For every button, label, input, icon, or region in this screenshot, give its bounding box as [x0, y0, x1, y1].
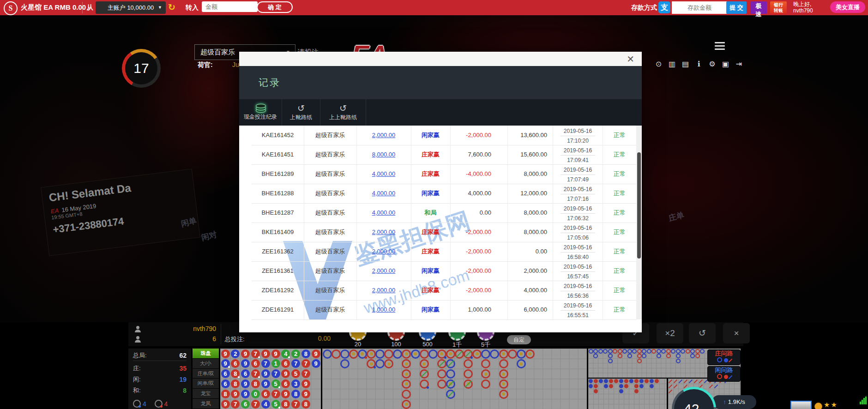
road-menu-龙宝[interactable]: 龙宝 — [193, 389, 219, 399]
big-road-cell — [420, 369, 429, 379]
road-menu-珠盘[interactable]: 珠盘 — [193, 349, 219, 359]
repeat-button[interactable]: ↺ — [689, 323, 716, 343]
star-rating: ★★ — [824, 401, 838, 409]
big-eye-cell — [695, 354, 700, 358]
scrollbar-thumb[interactable] — [637, 152, 641, 259]
video-tool-icon-2[interactable]: ▤ — [679, 60, 692, 68]
tab-上上靴路纸[interactable]: ↺上上靴路纸 — [320, 99, 366, 126]
video-tool-icon-3[interactable]: ℹ — [692, 60, 705, 68]
small-road-cell — [589, 384, 593, 388]
pair-dot — [444, 356, 446, 359]
cell-win-loss: -2,000.00 — [450, 126, 508, 145]
small-road-cell — [594, 384, 598, 388]
big-eye-cell — [622, 349, 627, 354]
bet-amount-link[interactable]: 2,000.00 — [372, 287, 396, 294]
big-eye-cell — [637, 354, 642, 358]
big-eye-cell — [613, 349, 617, 354]
cell-game-type: 超级百家乐 — [304, 300, 357, 319]
big-road-cell — [402, 349, 411, 359]
time-line: 16:58:40 — [553, 253, 603, 261]
bead-cell: 7 — [251, 400, 260, 409]
big-road-cell — [332, 349, 341, 359]
clear-button[interactable]: × — [723, 323, 750, 343]
close-icon[interactable]: ✕ — [627, 54, 634, 65]
cell-bet-amount: 2,000.00 — [356, 261, 411, 281]
big-road-cell — [508, 349, 517, 359]
bet-amount-link[interactable]: 8,000.00 — [372, 151, 396, 158]
express-button[interactable]: 极速 — [750, 1, 767, 14]
cell-result: 庄家赢 — [411, 223, 451, 242]
alipay-icon[interactable]: 支 — [658, 1, 670, 13]
road-menu-龙凤[interactable]: 龙凤 — [193, 399, 219, 409]
bet-amount-link[interactable]: 4,000.00 — [372, 190, 396, 197]
pair-dot — [365, 356, 367, 359]
bead-cell: 9 — [261, 369, 270, 378]
bet-amount-link[interactable]: 2,000.00 — [372, 229, 396, 235]
bank-transfer-button[interactable]: 银行转账 — [770, 1, 787, 14]
account-select[interactable]: 主账户 10,000.00▼ — [96, 1, 166, 14]
small-road-cell — [629, 379, 633, 383]
from-label: 从 — [87, 4, 93, 12]
cell-game-type: 超级百家乐 — [304, 242, 357, 261]
amount-input[interactable] — [202, 1, 258, 12]
ask-button-闲问路[interactable]: 闲问路 — [707, 366, 741, 382]
big-road-cell — [393, 349, 402, 359]
road-menu-大/小[interactable]: 大/小 — [193, 359, 219, 369]
big-eye-cell — [671, 349, 675, 354]
deposit-amount-input[interactable] — [672, 1, 727, 14]
big-road-cell — [464, 349, 473, 359]
bead-cell: 6 — [261, 390, 270, 398]
cell-result: 庄家赢 — [411, 281, 451, 300]
cell-balance: 12,000.00 — [508, 184, 553, 203]
video-tool-icon-0[interactable]: ⊙ — [652, 60, 665, 68]
cell-datetime: 2019-05-1616:57:45 — [553, 261, 603, 281]
road-menu-闲单/双[interactable]: 闲单/双 — [193, 379, 219, 389]
big-eye-cell — [666, 354, 671, 358]
video-tool-icon-1[interactable]: ▥ — [665, 60, 679, 68]
bead-cell: 7 — [301, 369, 310, 378]
cell-game-type: 超级百家乐 — [304, 164, 357, 184]
confirm-transfer-button[interactable]: 确 定 — [257, 1, 293, 13]
video-tool-icon-6[interactable]: ⇥ — [732, 60, 746, 68]
table-row: BHE161287超级百家乐4,000.00和局0.008,000.002019… — [252, 203, 636, 223]
video-tool-icon-4[interactable]: ⚙ — [705, 60, 719, 68]
cell-status: 正常 — [603, 300, 636, 319]
gold-marker — [440, 352, 443, 355]
webcam-thumbnail[interactable] — [790, 401, 812, 409]
refresh-icon[interactable]: ↻ — [168, 2, 175, 12]
bet-amount-link[interactable]: 4,000.00 — [372, 170, 396, 177]
bet-amount-link[interactable]: 2,000.00 — [372, 132, 396, 138]
big-road-cell — [464, 379, 473, 389]
big-eye-cell — [603, 349, 608, 354]
big-road-cell — [428, 349, 438, 359]
time-line: 17:05:06 — [553, 233, 603, 242]
bet-amount-link[interactable]: 2,000.00 — [372, 267, 396, 274]
gold-marker — [352, 352, 355, 355]
cell-game-type: 超级百家乐 — [304, 223, 357, 242]
custom-chip-button[interactable]: 自定 — [507, 335, 531, 344]
chevron-down-icon: ▼ — [158, 1, 162, 14]
cell-result: 闲家赢 — [411, 126, 451, 145]
big-eye-cell — [608, 349, 613, 354]
tab-上靴路纸[interactable]: ↺上靴路纸 — [282, 99, 320, 126]
ask-button-庄问路[interactable]: 庄问路 — [707, 349, 741, 365]
big-road-cell — [490, 349, 499, 359]
beauty-live-button[interactable]: 美女直播 — [830, 1, 865, 13]
tab-现金投注纪录[interactable]: 现金投注纪录 — [239, 99, 282, 126]
double-button[interactable]: ×2 — [657, 323, 683, 343]
ask-icons — [708, 374, 740, 379]
table-row: BHE161288超级百家乐4,000.00闲家赢4,000.0012,000.… — [252, 184, 636, 204]
big-road-cell — [499, 369, 508, 379]
date-line: 2019-05-16 — [553, 146, 603, 155]
menu-icon[interactable] — [715, 42, 725, 52]
small-road-cell — [634, 379, 639, 383]
video-tool-icon-5[interactable]: ▣ — [719, 60, 732, 68]
small-road-cell — [604, 379, 608, 383]
bet-amount-link[interactable]: 1,000.00 — [372, 306, 396, 313]
bet-amount-link[interactable]: 2,000.00 — [372, 248, 396, 255]
submit-button[interactable]: 提 交 — [726, 1, 747, 14]
bet-amount-link[interactable]: 4,000.00 — [372, 209, 396, 216]
big-eye-cell — [651, 349, 656, 354]
road-menu-庄单/双[interactable]: 庄单/双 — [193, 369, 219, 379]
cell-round-id: ZDE161291 — [252, 300, 304, 319]
